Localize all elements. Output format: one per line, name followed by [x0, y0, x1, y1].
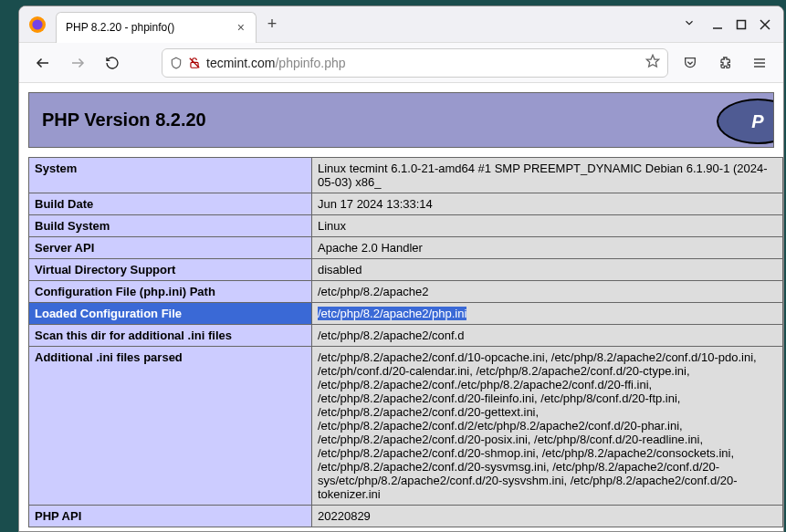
tabs-dropdown-icon[interactable]	[677, 13, 701, 37]
reload-button[interactable]	[100, 50, 125, 76]
tab-bar: PHP 8.2.20 - phpinfo() × +	[19, 6, 783, 43]
row-label: Additional .ini files parsed	[29, 347, 312, 506]
row-label: Build System	[29, 215, 312, 237]
row-value: Linux	[312, 215, 783, 237]
browser-window: PHP 8.2.20 - phpinfo() × +	[18, 5, 784, 532]
php-header: PHP Version 8.2.20 P	[28, 92, 774, 148]
new-tab-button[interactable]: +	[257, 9, 288, 40]
table-row: Virtual Directory Supportdisabled	[29, 259, 783, 281]
row-value: Jun 17 2024 13:33:14	[312, 193, 783, 215]
row-label: System	[29, 158, 312, 193]
row-value: /etc/php/8.2/apache2/conf.d/10-opcache.i…	[312, 347, 783, 506]
table-row: Scan this dir for additional .ini files/…	[29, 325, 783, 347]
back-button[interactable]	[30, 50, 56, 76]
browser-tab[interactable]: PHP 8.2.20 - phpinfo() ×	[56, 12, 257, 43]
extensions-icon[interactable]	[712, 50, 738, 76]
row-label: PHP API	[29, 506, 312, 527]
shield-icon[interactable]	[170, 57, 183, 69]
phpinfo-table: SystemLinux tecmint 6.1.0-21-amd64 #1 SM…	[28, 157, 783, 527]
window-controls	[666, 13, 783, 37]
table-row: Server APIApache 2.0 Handler	[29, 237, 783, 259]
page-title: PHP Version 8.2.20	[42, 110, 760, 130]
table-row: Build SystemLinux	[29, 215, 783, 237]
firefox-logo-icon	[19, 6, 56, 43]
row-value: Linux tecmint 6.1.0-21-amd64 #1 SMP PREE…	[312, 158, 783, 193]
table-row: Additional .ini files parsed/etc/php/8.2…	[29, 347, 783, 506]
close-window-button[interactable]	[758, 17, 772, 32]
row-value: /etc/php/8.2/apache2/php.ini	[312, 303, 783, 325]
url-bar[interactable]: tecmint.com/phpinfo.php	[162, 48, 668, 78]
url-text: tecmint.com/phpinfo.php	[206, 56, 640, 70]
row-label: Scan this dir for additional .ini files	[29, 325, 312, 347]
table-row: SystemLinux tecmint 6.1.0-21-amd64 #1 SM…	[29, 158, 783, 193]
row-label: Configuration File (php.ini) Path	[29, 281, 312, 303]
table-row: PHP API20220829	[29, 506, 783, 527]
forward-button[interactable]	[65, 50, 90, 76]
bookmark-star-icon[interactable]	[645, 54, 660, 71]
table-row: Loaded Configuration File/etc/php/8.2/ap…	[29, 303, 783, 325]
row-value: Apache 2.0 Handler	[312, 237, 783, 259]
row-label: Build Date	[29, 193, 312, 215]
php-logo-icon: P	[717, 99, 774, 144]
svg-marker-10	[646, 55, 658, 67]
close-icon[interactable]: ×	[236, 20, 246, 35]
tab-title: PHP 8.2.20 - phpinfo()	[66, 21, 228, 34]
menu-icon[interactable]	[747, 50, 772, 76]
minimize-button[interactable]	[710, 17, 725, 32]
row-value: /etc/php/8.2/apache2	[312, 281, 783, 303]
pocket-icon[interactable]	[677, 50, 703, 76]
maximize-button[interactable]	[734, 17, 749, 32]
table-row: Build DateJun 17 2024 13:33:14	[29, 193, 783, 215]
toolbar: tecmint.com/phpinfo.php	[19, 43, 783, 83]
row-value: disabled	[312, 259, 783, 281]
page-content: PHP Version 8.2.20 P SystemLinux tecmint…	[19, 83, 783, 531]
row-label: Loaded Configuration File	[29, 303, 312, 325]
row-value: /etc/php/8.2/apache2/conf.d	[312, 325, 783, 347]
row-label: Virtual Directory Support	[29, 259, 312, 281]
table-row: Configuration File (php.ini) Path/etc/ph…	[29, 281, 783, 303]
lock-slash-icon[interactable]	[188, 57, 201, 69]
row-label: Server API	[29, 237, 312, 259]
row-value: 20220829	[312, 506, 783, 527]
svg-point-1	[32, 19, 42, 29]
svg-rect-3	[738, 20, 746, 28]
